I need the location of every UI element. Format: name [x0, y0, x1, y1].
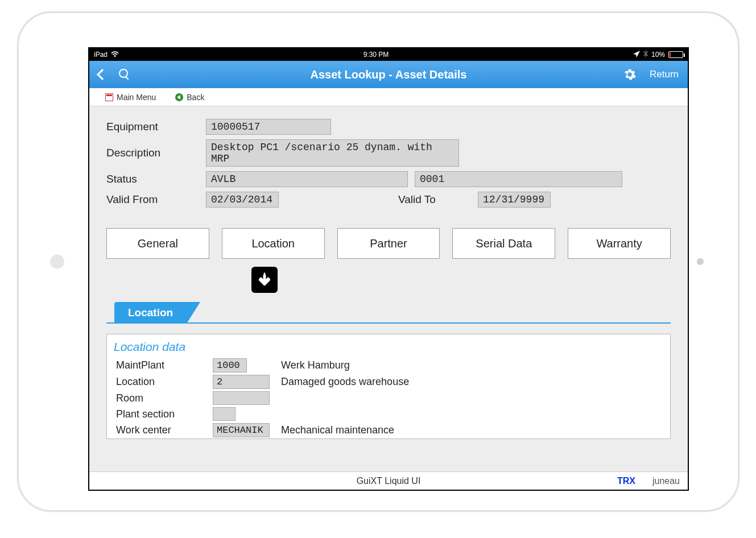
battery-icon — [668, 51, 683, 58]
search-icon[interactable] — [119, 69, 130, 80]
plantsection-label: Plant section — [116, 408, 213, 420]
workcenter-desc: Mechanical maintenance — [281, 424, 394, 436]
tab-location[interactable]: Location — [222, 228, 325, 259]
validto-label: Valid To — [398, 193, 478, 206]
location-panel: Location data MaintPlant 1000 Werk Hambu… — [106, 334, 671, 439]
tab-partner[interactable]: Partner — [337, 228, 440, 259]
ipad-camera — [50, 255, 64, 269]
ipad-frame: iPad 9:30 PM 10% — [17, 11, 740, 512]
main-menu-label: Main Menu — [117, 93, 156, 102]
validfrom-label: Valid From — [106, 193, 206, 206]
description-field[interactable]: Desktop PC1 /scenario 25 dynam. with MRP — [206, 139, 459, 167]
back-arrow-icon — [175, 93, 183, 101]
return-button[interactable]: Return — [650, 69, 679, 80]
maintplant-field[interactable]: 1000 — [213, 358, 247, 373]
location-desc: Damaged goods warehouse — [281, 376, 409, 388]
device-label: iPad — [94, 51, 108, 59]
gear-icon[interactable] — [623, 68, 636, 81]
tab-serial-data[interactable]: Serial Data — [452, 228, 555, 259]
app-title-bar: Asset Lookup - Asset Details Return — [89, 61, 688, 88]
plantsection-field[interactable] — [213, 407, 236, 421]
calendar-icon — [105, 93, 113, 101]
wifi-icon — [111, 51, 119, 59]
location-field[interactable]: 2 — [213, 375, 270, 389]
status-code-field[interactable]: 0001 — [415, 171, 622, 187]
validfrom-field[interactable]: 02/03/2014 — [206, 192, 279, 208]
tab-buttons: General Location Partner Serial Data War… — [106, 228, 671, 259]
back-label: Back — [187, 93, 204, 102]
maintplant-desc: Werk Hamburg — [281, 359, 350, 371]
ipad-home-button[interactable] — [697, 258, 704, 265]
main-menu-button[interactable]: Main Menu — [105, 93, 156, 102]
equipment-field[interactable]: 10000517 — [206, 119, 331, 135]
workcenter-field[interactable]: MECHANIK — [213, 423, 270, 437]
description-label: Description — [106, 147, 206, 159]
equipment-label: Equipment — [106, 121, 206, 133]
status-bar: iPad 9:30 PM 10% — [89, 48, 688, 61]
status-time: 9:30 PM — [363, 51, 389, 59]
workcenter-label: Work center — [116, 424, 213, 436]
section-tab-location[interactable]: Location — [114, 302, 187, 324]
location-label: Location — [116, 376, 213, 388]
toolbar: Main Menu Back — [89, 88, 688, 106]
location-arrow-icon — [633, 51, 640, 59]
tab-warranty[interactable]: Warranty — [568, 228, 671, 259]
tab-general[interactable]: General — [106, 228, 209, 259]
footer-brand[interactable]: TRX — [617, 476, 635, 486]
panel-title: Location data — [113, 338, 664, 357]
down-arrow-icon — [251, 267, 278, 293]
footer-product: GuiXT Liquid UI — [357, 476, 421, 486]
maintplant-label: MaintPlant — [116, 359, 213, 371]
footer-bar: GuiXT Liquid UI TRX juneau — [89, 471, 688, 490]
room-label: Room — [116, 392, 213, 404]
validto-field[interactable]: 12/31/9999 — [478, 192, 551, 208]
battery-percent: 10% — [651, 51, 665, 59]
bluetooth-icon — [643, 50, 648, 59]
back-chevron-icon[interactable] — [97, 69, 108, 80]
status-label: Status — [106, 173, 206, 185]
section-tab-wrap: Location — [106, 302, 671, 324]
back-button[interactable]: Back — [175, 93, 204, 102]
status-field[interactable]: AVLB — [206, 171, 408, 187]
page-title: Asset Lookup - Asset Details — [89, 68, 688, 81]
content-area: Equipment 10000517 Description Desktop P… — [89, 106, 688, 439]
room-field[interactable] — [213, 391, 270, 405]
screen: iPad 9:30 PM 10% — [88, 47, 689, 491]
footer-server: juneau — [652, 476, 680, 486]
